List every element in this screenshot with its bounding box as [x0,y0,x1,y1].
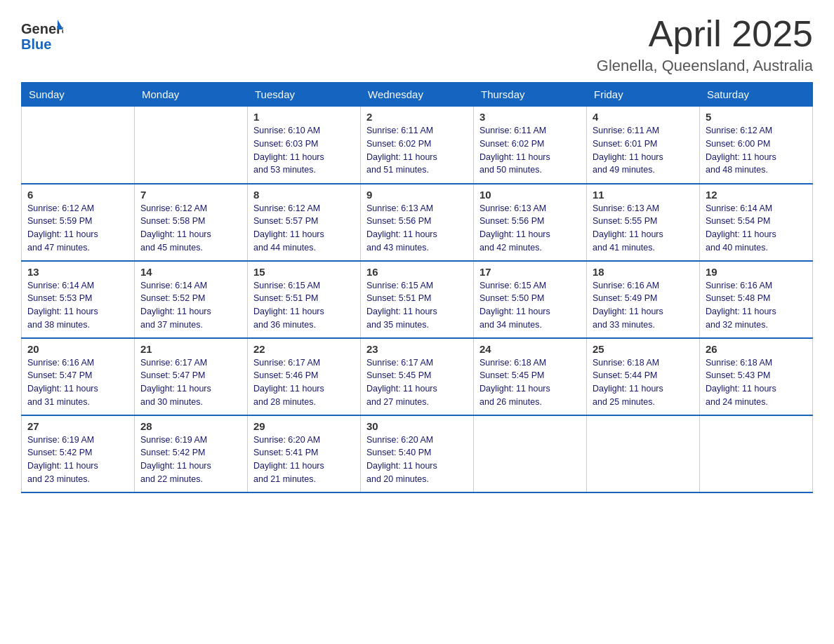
day-info: Sunrise: 6:19 AM Sunset: 5:42 PM Dayligh… [140,434,241,486]
calendar-cell: 8Sunrise: 6:12 AM Sunset: 5:57 PM Daylig… [248,184,361,261]
day-number: 2 [366,111,468,123]
calendar-cell: 21Sunrise: 6:17 AM Sunset: 5:47 PM Dayli… [135,338,248,415]
day-number: 3 [479,111,581,123]
day-number: 11 [593,189,694,201]
weekday-header-sunday: Sunday [22,83,135,107]
day-info: Sunrise: 6:12 AM Sunset: 6:00 PM Dayligh… [706,124,807,177]
calendar-cell: 16Sunrise: 6:15 AM Sunset: 5:51 PM Dayli… [361,261,474,338]
calendar-cell: 11Sunrise: 6:13 AM Sunset: 5:55 PM Dayli… [587,184,700,261]
calendar-cell [587,415,700,492]
calendar-cell: 12Sunrise: 6:14 AM Sunset: 5:54 PM Dayli… [700,184,813,261]
day-number: 8 [253,189,355,201]
calendar-cell: 13Sunrise: 6:14 AM Sunset: 5:53 PM Dayli… [22,261,135,338]
logo: General Blue [21,14,63,53]
calendar-cell: 26Sunrise: 6:18 AM Sunset: 5:43 PM Dayli… [700,338,813,415]
calendar-week-3: 13Sunrise: 6:14 AM Sunset: 5:53 PM Dayli… [22,261,813,338]
calendar-cell: 27Sunrise: 6:19 AM Sunset: 5:42 PM Dayli… [22,415,135,492]
day-info: Sunrise: 6:17 AM Sunset: 5:46 PM Dayligh… [253,356,355,409]
calendar-week-2: 6Sunrise: 6:12 AM Sunset: 5:59 PM Daylig… [22,184,813,261]
calendar-cell: 2Sunrise: 6:11 AM Sunset: 6:02 PM Daylig… [361,107,474,184]
day-number: 6 [27,189,128,201]
calendar-cell: 14Sunrise: 6:14 AM Sunset: 5:52 PM Dayli… [135,261,248,338]
day-info: Sunrise: 6:12 AM Sunset: 5:59 PM Dayligh… [27,202,128,255]
svg-text:General: General [21,21,63,36]
day-info: Sunrise: 6:20 AM Sunset: 5:40 PM Dayligh… [366,434,468,486]
calendar-week-4: 20Sunrise: 6:16 AM Sunset: 5:47 PM Dayli… [22,338,813,415]
day-number: 17 [479,266,581,278]
day-info: Sunrise: 6:18 AM Sunset: 5:44 PM Dayligh… [593,356,694,409]
day-number: 15 [253,266,355,278]
day-info: Sunrise: 6:13 AM Sunset: 5:56 PM Dayligh… [366,202,468,255]
calendar-cell [474,415,587,492]
calendar-body: 1Sunrise: 6:10 AM Sunset: 6:03 PM Daylig… [22,107,813,492]
svg-text:Blue: Blue [21,36,51,52]
calendar-cell: 22Sunrise: 6:17 AM Sunset: 5:46 PM Dayli… [248,338,361,415]
calendar-cell: 19Sunrise: 6:16 AM Sunset: 5:48 PM Dayli… [700,261,813,338]
day-info: Sunrise: 6:13 AM Sunset: 5:55 PM Dayligh… [593,202,694,255]
calendar-table: SundayMondayTuesdayWednesdayThursdayFrid… [21,82,813,493]
day-info: Sunrise: 6:12 AM Sunset: 5:57 PM Dayligh… [253,202,355,255]
day-number: 18 [593,266,694,278]
day-info: Sunrise: 6:13 AM Sunset: 5:56 PM Dayligh… [479,202,581,255]
day-number: 16 [366,266,468,278]
calendar-cell: 24Sunrise: 6:18 AM Sunset: 5:45 PM Dayli… [474,338,587,415]
calendar-cell [700,415,813,492]
day-info: Sunrise: 6:10 AM Sunset: 6:03 PM Dayligh… [253,124,355,177]
day-info: Sunrise: 6:11 AM Sunset: 6:01 PM Dayligh… [593,124,694,177]
day-number: 9 [366,189,468,201]
day-number: 12 [706,189,807,201]
day-number: 23 [366,343,468,355]
weekday-header-wednesday: Wednesday [361,83,474,107]
weekday-header-saturday: Saturday [700,83,813,107]
day-info: Sunrise: 6:16 AM Sunset: 5:49 PM Dayligh… [593,279,694,332]
day-number: 5 [706,111,807,123]
day-number: 19 [706,266,807,278]
day-number: 27 [27,420,128,432]
calendar-cell: 30Sunrise: 6:20 AM Sunset: 5:40 PM Dayli… [361,415,474,492]
day-info: Sunrise: 6:14 AM Sunset: 5:52 PM Dayligh… [140,279,241,332]
day-number: 30 [366,420,468,432]
day-info: Sunrise: 6:15 AM Sunset: 5:51 PM Dayligh… [253,279,355,332]
calendar-cell: 25Sunrise: 6:18 AM Sunset: 5:44 PM Dayli… [587,338,700,415]
weekday-header-tuesday: Tuesday [248,83,361,107]
day-number: 4 [593,111,694,123]
day-number: 1 [253,111,355,123]
logo-icon: General Blue [21,14,63,53]
calendar-cell: 3Sunrise: 6:11 AM Sunset: 6:02 PM Daylig… [474,107,587,184]
weekday-header-thursday: Thursday [474,83,587,107]
day-number: 21 [140,343,241,355]
calendar-cell: 9Sunrise: 6:13 AM Sunset: 5:56 PM Daylig… [361,184,474,261]
calendar-cell: 10Sunrise: 6:13 AM Sunset: 5:56 PM Dayli… [474,184,587,261]
day-number: 22 [253,343,355,355]
day-number: 29 [253,420,355,432]
calendar-cell: 15Sunrise: 6:15 AM Sunset: 5:51 PM Dayli… [248,261,361,338]
day-info: Sunrise: 6:19 AM Sunset: 5:42 PM Dayligh… [27,434,128,486]
day-info: Sunrise: 6:18 AM Sunset: 5:45 PM Dayligh… [479,356,581,409]
calendar-cell: 1Sunrise: 6:10 AM Sunset: 6:03 PM Daylig… [248,107,361,184]
day-number: 14 [140,266,241,278]
day-info: Sunrise: 6:16 AM Sunset: 5:48 PM Dayligh… [706,279,807,332]
calendar-header: SundayMondayTuesdayWednesdayThursdayFrid… [22,83,813,107]
day-number: 26 [706,343,807,355]
weekday-header-monday: Monday [135,83,248,107]
calendar-cell: 28Sunrise: 6:19 AM Sunset: 5:42 PM Dayli… [135,415,248,492]
day-number: 7 [140,189,241,201]
day-number: 10 [479,189,581,201]
day-info: Sunrise: 6:20 AM Sunset: 5:41 PM Dayligh… [253,434,355,486]
calendar-cell: 23Sunrise: 6:17 AM Sunset: 5:45 PM Dayli… [361,338,474,415]
day-info: Sunrise: 6:12 AM Sunset: 5:58 PM Dayligh… [140,202,241,255]
day-number: 13 [27,266,128,278]
page-subtitle: Glenella, Queensland, Australia [597,57,813,75]
calendar-cell: 29Sunrise: 6:20 AM Sunset: 5:41 PM Dayli… [248,415,361,492]
calendar-week-1: 1Sunrise: 6:10 AM Sunset: 6:03 PM Daylig… [22,107,813,184]
calendar-cell: 4Sunrise: 6:11 AM Sunset: 6:01 PM Daylig… [587,107,700,184]
day-info: Sunrise: 6:15 AM Sunset: 5:50 PM Dayligh… [479,279,581,332]
day-info: Sunrise: 6:11 AM Sunset: 6:02 PM Dayligh… [366,124,468,177]
day-info: Sunrise: 6:17 AM Sunset: 5:47 PM Dayligh… [140,356,241,409]
day-info: Sunrise: 6:18 AM Sunset: 5:43 PM Dayligh… [706,356,807,409]
weekday-header-row: SundayMondayTuesdayWednesdayThursdayFrid… [22,83,813,107]
day-number: 25 [593,343,694,355]
calendar-cell: 20Sunrise: 6:16 AM Sunset: 5:47 PM Dayli… [22,338,135,415]
calendar-cell [135,107,248,184]
calendar-week-5: 27Sunrise: 6:19 AM Sunset: 5:42 PM Dayli… [22,415,813,492]
